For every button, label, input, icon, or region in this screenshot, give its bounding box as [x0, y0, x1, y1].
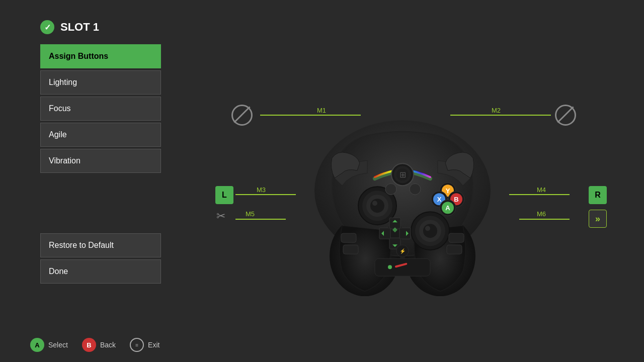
svg-point-15: [423, 224, 437, 238]
menu-item-agile[interactable]: Agile: [40, 123, 161, 147]
done-button[interactable]: Done: [40, 259, 161, 284]
menu-button-icon: ≡: [130, 338, 144, 352]
controller-image: ⊞: [287, 85, 518, 298]
svg-point-40: [410, 184, 421, 195]
svg-rect-20: [379, 228, 390, 239]
bottom-bar: A Select B Back ≡ Exit: [30, 338, 159, 352]
restore-default-button[interactable]: Restore to Default: [40, 233, 161, 257]
select-button[interactable]: A Select: [30, 338, 68, 352]
svg-point-10: [370, 199, 384, 213]
slot-title: SLOT 1: [60, 21, 99, 34]
left-panel: SLOT 1 Assign Buttons Lighting Focus Agi…: [40, 20, 161, 284]
svg-text:B: B: [454, 196, 458, 203]
svg-rect-48: [449, 233, 464, 242]
svg-text:Y: Y: [446, 187, 450, 195]
menu-item-vibration[interactable]: Vibration: [40, 149, 161, 173]
menu-item-assign-buttons[interactable]: Assign Buttons: [40, 44, 161, 68]
svg-rect-49: [447, 245, 462, 254]
action-buttons: Restore to Default Done: [40, 233, 161, 284]
a-button-icon: A: [30, 338, 44, 352]
no-symbol-left: [231, 105, 253, 126]
menu-list: Assign Buttons Lighting Focus Agile Vibr…: [40, 44, 161, 173]
svg-rect-18: [389, 218, 400, 229]
svg-point-16: [425, 226, 430, 231]
svg-text:⊞: ⊞: [399, 170, 406, 179]
m4-line: [509, 194, 570, 195]
exit-button[interactable]: ≡ Exit: [130, 338, 159, 352]
slot-check-icon: [40, 20, 54, 34]
m4-label: M4: [537, 186, 546, 194]
slot-header: SLOT 1: [40, 20, 161, 34]
menu-item-focus[interactable]: Focus: [40, 97, 161, 121]
svg-text:⚡: ⚡: [399, 248, 406, 254]
m5-label: M5: [246, 210, 255, 218]
svg-rect-43: [375, 258, 430, 276]
svg-point-11: [372, 201, 377, 206]
svg-point-44: [388, 265, 392, 269]
m5-line: [235, 219, 286, 220]
svg-rect-47: [343, 245, 358, 254]
svg-point-39: [385, 184, 396, 195]
svg-rect-46: [341, 233, 356, 242]
svg-rect-21: [399, 228, 411, 239]
b-button-icon: B: [82, 338, 96, 352]
back-button[interactable]: B Back: [82, 338, 116, 352]
svg-text:X: X: [437, 196, 442, 203]
m3-label: M3: [257, 186, 266, 194]
controller-area: M1 M2 L M3 R M4 ✂ M5 » M6: [201, 40, 604, 322]
m6-label: M6: [537, 210, 546, 218]
scissors-icon: ✂: [216, 210, 225, 223]
no-symbol-right: [555, 105, 576, 126]
svg-text:A: A: [445, 204, 450, 212]
menu-item-lighting[interactable]: Lighting: [40, 70, 161, 95]
m6-line: [519, 219, 570, 220]
